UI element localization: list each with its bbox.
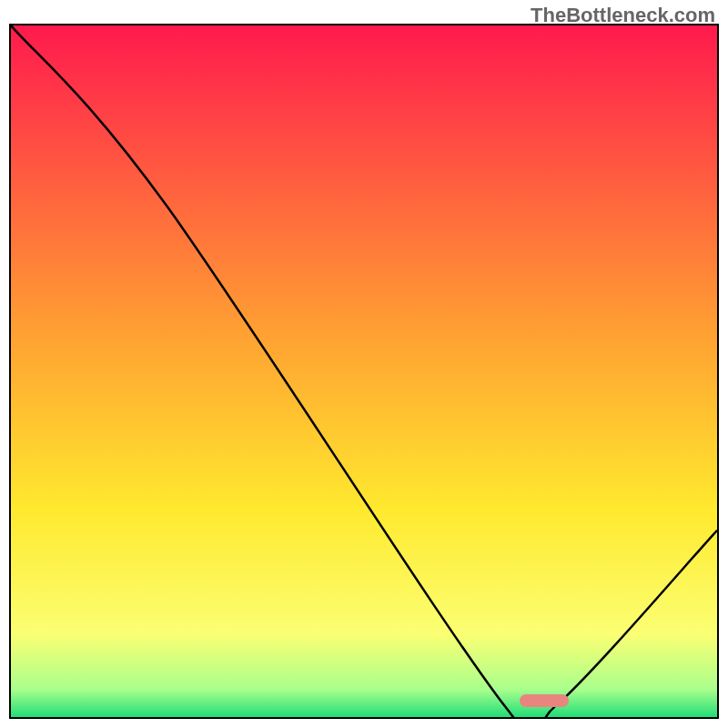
optimal-marker — [520, 694, 569, 707]
plot-frame — [9, 24, 719, 719]
watermark-text: TheBottleneck.com — [531, 4, 715, 27]
svg-rect-0 — [11, 25, 717, 717]
plot-background — [11, 25, 717, 717]
